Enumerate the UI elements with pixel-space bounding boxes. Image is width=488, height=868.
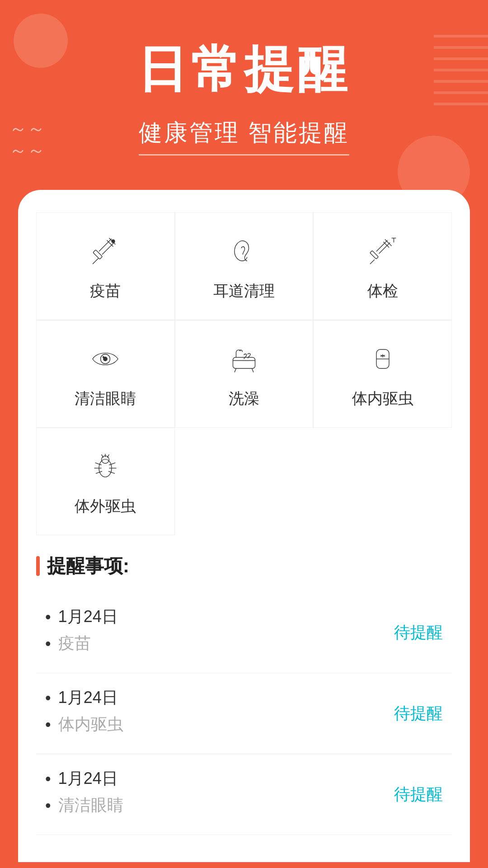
svg-line-38 [96, 472, 102, 474]
eye-icon [85, 339, 126, 379]
care-item-external-deworm[interactable]: 体外驱虫 [36, 428, 175, 535]
reminder-status-3[interactable]: 待提醒 [394, 783, 443, 806]
reminder-type-row-1: • 疫苗 [45, 632, 385, 655]
bullet-2: • [45, 690, 51, 706]
reminder-item-1[interactable]: • 1月24日 • 疫苗 待提醒 [36, 592, 452, 673]
bullet-type-1: • [45, 636, 51, 652]
reminder-type-row-3: • 清洁眼睛 [45, 794, 385, 816]
svg-line-19 [385, 239, 392, 246]
reminder-title: 提醒事项: [47, 553, 129, 579]
svg-point-24 [103, 356, 104, 358]
care-label-ear-clean: 耳道清理 [213, 281, 275, 302]
reminder-header: 提醒事项: [36, 553, 452, 579]
svg-rect-9 [93, 250, 103, 259]
care-item-eye-clean[interactable]: 清洁眼睛 [36, 320, 175, 428]
svg-line-27 [235, 368, 236, 372]
reminder-item-3[interactable]: • 1月24日 • 清洁眼睛 待提醒 [36, 754, 452, 835]
svg-rect-25 [233, 358, 255, 369]
reminder-type-row-2: • 体内驱虫 [45, 713, 385, 736]
reminder-bar-accent [36, 556, 40, 576]
reminder-status-2[interactable]: 待提醒 [394, 703, 443, 725]
reminder-date-3: 1月24日 [58, 768, 118, 790]
bullet-3: • [45, 771, 51, 787]
bullet-type-2: • [45, 717, 51, 733]
bullet-1: • [45, 609, 51, 625]
reminder-date-row-3: • 1月24日 [45, 768, 385, 790]
svg-line-10 [93, 258, 99, 264]
bullet-type-3: • [45, 797, 51, 814]
reminder-item-info-3: • 1月24日 • 清洁眼睛 [45, 768, 385, 821]
care-item-vaccine[interactable]: 疫苗 [36, 212, 175, 320]
reminder-date-row-2: • 1月24日 [45, 687, 385, 709]
reminder-type-1: 疫苗 [58, 632, 91, 655]
care-label-checkup: 体检 [367, 281, 398, 302]
deco-lines-right [434, 27, 488, 118]
medicine-icon [362, 339, 403, 379]
care-label-external-deworm: 体外驱虫 [75, 496, 136, 517]
syringe-icon [85, 231, 126, 272]
header: ～～～～ 日常提醒 健康管理 智能提醒 [0, 0, 488, 190]
svg-line-14 [376, 241, 388, 252]
svg-line-41 [108, 472, 115, 474]
reminder-item-info-1: • 1月24日 • 疫苗 [45, 606, 385, 659]
reminder-date-row-1: • 1月24日 [45, 606, 385, 628]
reminder-date-2: 1月24日 [58, 687, 118, 709]
page-title: 日常提醒 [27, 36, 461, 104]
reminder-type-2: 体内驱虫 [58, 713, 123, 736]
bath-icon [224, 339, 264, 379]
care-item-internal-deworm[interactable]: 体内驱虫 [313, 320, 452, 428]
reminder-date-1: 1月24日 [58, 606, 118, 628]
deco-waves: ～～～～ [9, 118, 45, 161]
svg-line-28 [252, 368, 253, 372]
ear-icon [224, 231, 264, 272]
page-subtitle: 健康管理 智能提醒 [139, 117, 349, 156]
deco-circle [14, 14, 68, 68]
care-grid: 疫苗 耳道清理 [36, 212, 452, 535]
reminder-item-info-2: • 1月24日 • 体内驱虫 [45, 687, 385, 740]
svg-line-17 [370, 259, 375, 264]
reminder-item-2[interactable]: • 1月24日 • 体内驱虫 待提醒 [36, 673, 452, 754]
svg-line-7 [99, 239, 112, 251]
care-label-vaccine: 疫苗 [90, 281, 121, 302]
reminder-status-1[interactable]: 待提醒 [394, 622, 443, 644]
svg-line-36 [95, 463, 102, 465]
care-item-bath[interactable]: 洗澡 [175, 320, 314, 428]
checkup-icon [362, 231, 403, 272]
bug-icon [85, 446, 126, 487]
reminder-type-3: 清洁眼睛 [58, 794, 123, 816]
svg-rect-16 [370, 250, 378, 259]
care-label-bath: 洗澡 [229, 388, 259, 409]
svg-point-13 [112, 240, 115, 243]
reminder-section: 提醒事项: • 1月24日 • 疫苗 待提醒 • 1月24日 [36, 553, 452, 835]
care-label-internal-deworm: 体内驱虫 [352, 388, 413, 409]
care-label-eye-clean: 清洁眼睛 [75, 388, 136, 409]
svg-line-39 [109, 463, 116, 465]
svg-line-8 [102, 242, 115, 255]
care-item-checkup[interactable]: 体检 [313, 212, 452, 320]
main-card: 疫苗 耳道清理 [18, 190, 470, 862]
care-item-ear-clean[interactable]: 耳道清理 [175, 212, 314, 320]
svg-line-15 [379, 242, 390, 254]
